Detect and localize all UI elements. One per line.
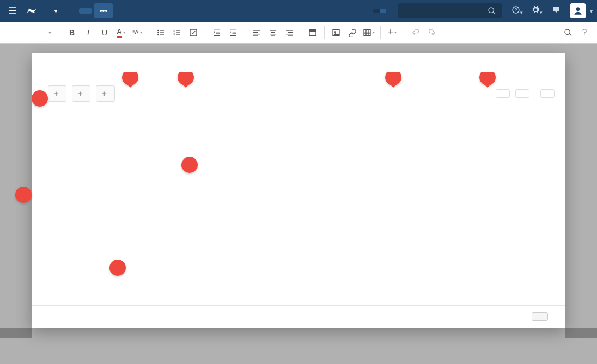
text-color-button[interactable]: A▾ <box>113 24 129 41</box>
svg-rect-29 <box>270 34 276 34</box>
svg-rect-39 <box>364 29 370 35</box>
annotation-3b <box>109 260 126 280</box>
svg-rect-17 <box>216 33 220 34</box>
add-lane-button[interactable]: + <box>48 85 66 102</box>
create-more-button[interactable]: ••• <box>94 3 113 18</box>
beta-on[interactable] <box>380 9 386 13</box>
svg-point-6 <box>157 34 159 35</box>
caret-down-icon: ▾ <box>54 8 57 14</box>
find-button[interactable] <box>560 24 576 41</box>
svg-rect-15 <box>214 29 220 30</box>
nav-spaces[interactable]: ▾ <box>46 0 64 22</box>
editor-help-button[interactable]: ? <box>576 24 593 41</box>
app-switcher-icon[interactable]: ☰ <box>4 5 21 17</box>
svg-rect-5 <box>160 32 164 33</box>
svg-rect-24 <box>253 32 258 32</box>
inbox-icon[interactable] <box>546 5 566 16</box>
user-avatar[interactable] <box>570 3 586 18</box>
underline-button[interactable]: U <box>96 24 113 41</box>
more-formatting-button[interactable]: ᵃA▾ <box>129 24 145 41</box>
ellipsis-icon: ••• <box>100 7 108 15</box>
svg-text:?: ? <box>514 7 517 13</box>
svg-rect-30 <box>271 35 275 36</box>
svg-rect-26 <box>253 35 258 36</box>
plus-icon: + <box>102 89 106 98</box>
create-button[interactable] <box>79 8 92 14</box>
confluence-icon <box>26 5 37 16</box>
svg-point-4 <box>157 32 159 33</box>
product-logo[interactable] <box>21 5 46 16</box>
search-icon <box>488 7 496 15</box>
outdent-button[interactable] <box>209 24 225 41</box>
search-input[interactable] <box>398 3 502 18</box>
annotation-2b <box>181 157 198 177</box>
svg-rect-21 <box>233 33 236 34</box>
annotation-5 <box>479 72 496 90</box>
undo-button[interactable] <box>407 24 424 41</box>
svg-rect-20 <box>233 32 236 32</box>
table-button[interactable]: ▾ <box>361 24 377 41</box>
roadmap-dialog: + + + <box>32 53 565 328</box>
svg-rect-34 <box>288 35 293 36</box>
indent-button[interactable] <box>225 24 241 41</box>
svg-rect-19 <box>230 29 236 30</box>
redo-button[interactable] <box>424 24 440 41</box>
insert-button[interactable] <box>532 312 548 321</box>
link-button[interactable] <box>344 24 361 41</box>
bullet-list-button[interactable] <box>153 24 169 41</box>
svg-rect-32 <box>288 32 293 32</box>
align-right-button[interactable] <box>281 24 297 41</box>
svg-point-2 <box>157 29 159 31</box>
dialog-footer <box>32 305 565 328</box>
editor-toolbar: ▾ B I U A▾ ᵃA▾ 123 ▾ +▾ ? <box>0 22 597 44</box>
svg-rect-16 <box>216 32 220 32</box>
svg-rect-25 <box>253 34 260 34</box>
image-button[interactable] <box>328 24 344 41</box>
layout-button[interactable] <box>304 24 321 41</box>
date-start-input[interactable] <box>515 89 529 98</box>
avatar-icon <box>572 5 583 16</box>
svg-rect-11 <box>176 32 180 33</box>
svg-rect-7 <box>160 34 164 35</box>
avatar-caret-icon: ▾ <box>590 8 593 14</box>
plus-icon: + <box>54 89 58 98</box>
svg-rect-33 <box>286 34 293 34</box>
help-icon[interactable]: ?▾ <box>507 5 527 16</box>
svg-rect-23 <box>253 30 260 30</box>
svg-text:3: 3 <box>173 33 175 36</box>
svg-rect-22 <box>230 35 236 35</box>
date-end-input[interactable] <box>540 89 555 98</box>
bold-button[interactable]: B <box>64 24 80 41</box>
caret-down-icon: ▾ <box>48 29 51 35</box>
annotation-3a <box>178 72 194 90</box>
svg-rect-27 <box>270 30 276 30</box>
annotation-2a <box>122 72 138 90</box>
align-left-button[interactable] <box>248 24 265 41</box>
svg-rect-3 <box>160 30 164 30</box>
plus-icon: + <box>78 89 82 98</box>
annotation-1b <box>15 187 32 207</box>
svg-rect-9 <box>176 30 180 30</box>
add-marker-button[interactable]: + <box>96 85 114 102</box>
dialog-title <box>32 53 565 72</box>
insert-more-button[interactable]: +▾ <box>384 24 400 41</box>
svg-rect-13 <box>176 34 180 35</box>
svg-rect-31 <box>286 30 293 30</box>
annotation-4 <box>385 72 401 90</box>
paragraph-style-select[interactable]: ▾ <box>4 29 57 35</box>
viewby-select[interactable] <box>496 89 510 98</box>
align-center-button[interactable] <box>265 24 281 41</box>
roadmap-timeline <box>32 115 565 142</box>
beta-toggle <box>370 9 386 13</box>
svg-point-38 <box>334 31 336 33</box>
svg-rect-18 <box>214 35 220 35</box>
numbered-list-button[interactable]: 123 <box>169 24 185 41</box>
beta-off[interactable] <box>373 9 380 13</box>
nav-people[interactable] <box>64 0 77 22</box>
annotation-1a <box>32 90 48 111</box>
svg-rect-28 <box>271 32 275 32</box>
settings-icon[interactable]: ▾ <box>527 5 546 16</box>
add-bar-button[interactable]: + <box>72 85 90 102</box>
italic-button[interactable]: I <box>80 24 96 41</box>
task-list-button[interactable] <box>185 24 202 41</box>
